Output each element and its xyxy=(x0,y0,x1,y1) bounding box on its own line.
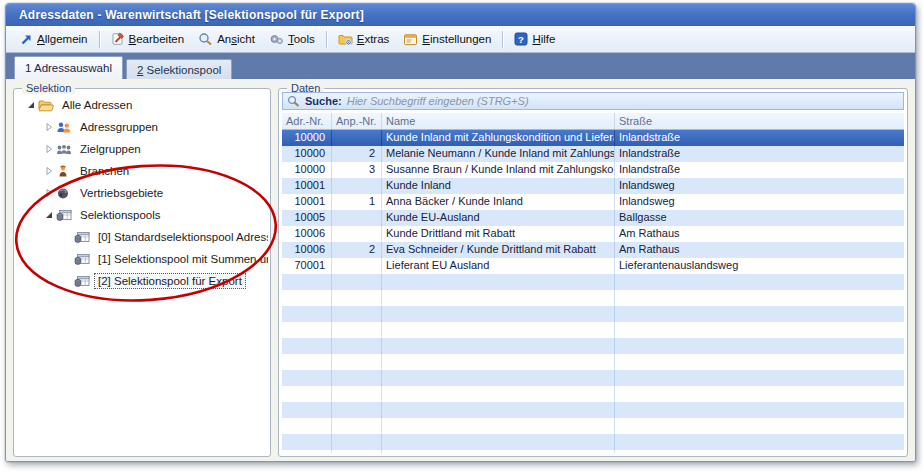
empty-cell xyxy=(382,386,615,402)
empty-cell xyxy=(615,370,904,386)
table-header-row: Adr.-Nr.Anp.-Nr.NameStraße xyxy=(282,113,904,130)
empty-cell xyxy=(382,434,615,450)
menu-item-tools[interactable]: Tools xyxy=(262,30,322,49)
table-row[interactable]: 10006Kunde Drittland mit RabattAm Rathau… xyxy=(282,226,904,242)
empty-cell xyxy=(282,290,332,306)
cell-name: Anna Bäcker / Kunde Inland xyxy=(382,194,615,210)
menu-item-allgemein[interactable]: Allgemein xyxy=(13,30,95,49)
cell-strasse: Am Rathaus xyxy=(615,226,904,242)
table-row[interactable]: 10005Kunde EU-AuslandBallgasse xyxy=(282,210,904,226)
tree-item-label: Vertriebsgebiete xyxy=(76,185,167,201)
tree-item[interactable]: [2] Selektionspool für Export xyxy=(16,270,268,292)
menu-item-einstellungen[interactable]: Einstellungen xyxy=(396,30,498,49)
table-row[interactable]: 10001Kunde InlandInlandsweg xyxy=(282,178,904,194)
table-row[interactable]: 10000Kunde Inland mit Zahlungskondition … xyxy=(282,130,904,146)
app-window: Adressdaten - Warenwirtschaft [Selektion… xyxy=(5,3,916,462)
search-input[interactable]: Suche: Hier Suchbegriff eingeben (STRG+S… xyxy=(282,92,904,110)
cell-strasse: Ballgasse xyxy=(615,210,904,226)
table-filler-row xyxy=(282,306,904,322)
selection-groupbox-label: Selektion xyxy=(22,82,75,94)
cell-anp-nr xyxy=(332,130,382,146)
tab-adressauswahl[interactable]: 1 Adressauswahl xyxy=(14,56,123,79)
menu-item-hilfe[interactable]: ?Hilfe xyxy=(507,29,562,49)
data-groupbox: Daten Suche: Hier Suchbegriff eingeben (… xyxy=(278,88,908,457)
column-header-strasse[interactable]: Straße xyxy=(615,113,904,129)
search-placeholder: Hier Suchbegriff eingeben (STRG+S) xyxy=(347,95,529,107)
cell-adr-nr: 10001 xyxy=(282,194,332,210)
empty-cell xyxy=(332,338,382,354)
table-body: 10000Kunde Inland mit Zahlungskondition … xyxy=(282,130,904,453)
menu-item-extras[interactable]: Extras xyxy=(331,30,397,49)
expander-expanded-icon[interactable] xyxy=(42,210,56,220)
cell-strasse: Inlandsweg xyxy=(615,194,904,210)
cell-anp-nr: 2 xyxy=(332,242,382,258)
table-row[interactable]: 100011Anna Bäcker / Kunde InlandInlandsw… xyxy=(282,194,904,210)
search-icon xyxy=(287,95,300,107)
table-filler-row xyxy=(282,338,904,354)
cell-name: Kunde Inland xyxy=(382,178,615,194)
title-bar: Adressdaten - Warenwirtschaft [Selektion… xyxy=(6,4,915,26)
magnifier-icon xyxy=(198,32,213,46)
column-header-adr-nr[interactable]: Adr.-Nr. xyxy=(282,113,332,129)
empty-cell xyxy=(332,450,382,453)
cell-adr-nr: 10006 xyxy=(282,226,332,242)
edit-hammer-icon xyxy=(111,32,125,46)
cell-anp-nr xyxy=(332,226,382,242)
expander-collapsed-icon[interactable] xyxy=(42,122,56,132)
menu-item-bearbeiten[interactable]: Bearbeiten xyxy=(104,29,192,49)
table-filler-row xyxy=(282,322,904,338)
table-filler-row xyxy=(282,274,904,290)
empty-cell xyxy=(615,274,904,290)
cell-name: Lieferant EU Ausland xyxy=(382,258,615,274)
empty-cell xyxy=(615,322,904,338)
search-label: Suche: xyxy=(305,95,342,107)
tree-item[interactable]: Branchen xyxy=(16,160,268,182)
table-filler-row xyxy=(282,450,904,453)
cell-anp-nr xyxy=(332,258,382,274)
tab-strip: 1 Adressauswahl2 Selektionspool xyxy=(6,53,915,79)
cell-adr-nr: 10000 xyxy=(282,146,332,162)
empty-cell xyxy=(382,290,615,306)
cell-strasse: Am Rathaus xyxy=(615,242,904,258)
tree-item[interactable]: [0] Standardselektionspool Adressen xyxy=(16,226,268,248)
tree-item[interactable]: Adressgruppen xyxy=(16,116,268,138)
table-filler-row xyxy=(282,434,904,450)
tree-item[interactable]: Alle Adressen xyxy=(16,94,268,116)
table-row[interactable]: 100002Melanie Neumann / Kunde Inland mit… xyxy=(282,146,904,162)
table-row[interactable]: 70001Lieferant EU AuslandLieferantenausl… xyxy=(282,258,904,274)
selection-tree: Alle AdressenAdressgruppenZielgruppenBra… xyxy=(16,94,268,454)
cell-adr-nr: 10006 xyxy=(282,242,332,258)
column-header-name[interactable]: Name xyxy=(382,113,615,129)
menu-item-ansicht[interactable]: Ansicht xyxy=(191,29,262,49)
expander-expanded-icon[interactable] xyxy=(24,100,38,110)
target-groups-icon xyxy=(56,143,76,156)
tree-item[interactable]: Selektionspools xyxy=(16,204,268,226)
expander-collapsed-icon[interactable] xyxy=(42,166,56,176)
menu-separator xyxy=(326,31,327,48)
selection-pool-icon xyxy=(74,275,94,288)
sales-territories-icon xyxy=(56,187,76,200)
tree-item-label: [1] Selektionspool mit Summen und Grupp xyxy=(94,251,268,267)
tree-item[interactable]: [1] Selektionspool mit Summen und Grupp xyxy=(16,248,268,270)
tree-item[interactable]: Zielgruppen xyxy=(16,138,268,160)
empty-cell xyxy=(615,434,904,450)
empty-cell xyxy=(615,402,904,418)
table-row[interactable]: 100003Susanne Braun / Kunde Inland mit Z… xyxy=(282,162,904,178)
menu-bar: AllgemeinBearbeitenAnsichtToolsExtrasEin… xyxy=(6,26,915,53)
address-table: Adr.-Nr.Anp.-Nr.NameStraße 10000Kunde In… xyxy=(282,113,904,453)
industries-icon xyxy=(56,165,76,178)
table-filler-row xyxy=(282,354,904,370)
empty-cell xyxy=(332,274,382,290)
tree-item-label: [0] Standardselektionspool Adressen xyxy=(94,229,268,245)
column-header-anp-nr[interactable]: Anp.-Nr. xyxy=(332,113,382,129)
tab-selektionspool[interactable]: 2 Selektionspool xyxy=(126,59,232,79)
empty-cell xyxy=(332,418,382,434)
table-row[interactable]: 100062Eva Schneider / Kunde Drittland mi… xyxy=(282,242,904,258)
expander-collapsed-icon[interactable] xyxy=(42,188,56,198)
table-filler-row xyxy=(282,386,904,402)
cell-anp-nr: 3 xyxy=(332,162,382,178)
tree-item[interactable]: Vertriebsgebiete xyxy=(16,182,268,204)
menu-item-label: Einstellungen xyxy=(422,33,491,45)
expander-collapsed-icon[interactable] xyxy=(42,144,56,154)
cell-name: Melanie Neumann / Kunde Inland mit Zahlu… xyxy=(382,146,615,162)
